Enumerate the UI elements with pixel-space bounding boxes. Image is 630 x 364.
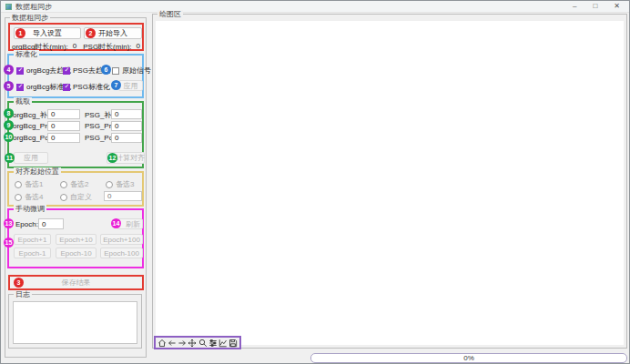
epoch-minus-10-button[interactable]: Epoch-10: [56, 248, 97, 258]
badge-14: 14: [111, 218, 121, 228]
pan-icon[interactable]: [188, 338, 197, 348]
save-section: 保存结果 3: [8, 275, 144, 290]
epoch-minus-100-button[interactable]: Epoch-100: [100, 248, 143, 258]
finetune-group-title: 手动微调: [14, 205, 46, 213]
checkbox-checked-icon: [63, 84, 70, 91]
badge-13: 13: [4, 218, 14, 228]
align-group-title: 对齐起始位置: [14, 167, 61, 176]
epoch-minus-1-button[interactable]: Epoch-1: [14, 248, 51, 258]
forward-icon[interactable]: [178, 338, 187, 348]
badge-11: 11: [5, 153, 15, 163]
zoom-icon[interactable]: [198, 338, 208, 348]
badge-5: 5: [4, 81, 14, 91]
badge-2: 2: [86, 28, 96, 38]
psg-normalize-checkbox[interactable]: PSG标准化: [63, 82, 110, 92]
normalize-group: 标准化 4 orgBcg去趋线 PSG去趋线 6 原始信号 5 orgBcg标准…: [7, 54, 144, 98]
badge-12: 12: [107, 153, 117, 163]
radio-icon: [15, 194, 22, 201]
normalize-apply-button[interactable]: 应用: [118, 80, 143, 91]
badge-10: 10: [4, 132, 14, 142]
title-bar: 数据粗同步 – □ ✕: [1, 1, 629, 13]
plot-group-title: 绘图区: [158, 10, 183, 18]
raw-signal-checkbox[interactable]: 原始信号: [112, 66, 151, 76]
save-result-button[interactable]: 保存结果: [11, 278, 141, 288]
finetune-group: 手动微调 13 Epoch: 0 14 刷新 15 Epoch+1 Epoch+…: [7, 208, 144, 268]
app-window: 数据粗同步 – □ ✕ 数据粗同步 导入设置 1 开始导入 2 orgBcg时长…: [0, 0, 630, 364]
align-option-label: 自定义: [70, 192, 92, 202]
epoch-input[interactable]: 0: [38, 218, 64, 229]
align-option-label: 备选1: [25, 179, 43, 189]
align-option-label: 备选3: [116, 179, 134, 189]
crop-group-title: 截取: [14, 97, 32, 106]
align-group: 对齐起始位置 备选1 备选2 备选3 备选4 自定义 0: [7, 171, 144, 207]
close-button[interactable]: ✕: [614, 2, 620, 11]
log-group: 日志: [8, 294, 142, 349]
orgbcg-post-input[interactable]: 0: [47, 133, 80, 143]
window-title: 数据粗同步: [15, 2, 52, 12]
epoch-plus-10-button[interactable]: Epoch+10: [56, 234, 97, 245]
checkbox-checked-icon: [16, 84, 24, 91]
psg-pre-input[interactable]: 0: [111, 121, 142, 131]
minimize-button[interactable]: –: [573, 2, 576, 11]
crop-apply-button[interactable]: 应用: [14, 152, 48, 164]
home-icon[interactable]: [158, 338, 167, 348]
plot-edit-icon[interactable]: [218, 338, 228, 348]
orgbcg-pre-input[interactable]: 0: [47, 121, 80, 131]
psg-post-input[interactable]: 0: [111, 133, 142, 143]
plot-canvas[interactable]: [156, 21, 624, 345]
checkbox-checked-icon: [63, 67, 70, 75]
subplots-icon[interactable]: [208, 338, 218, 348]
badge-3: 3: [14, 278, 24, 288]
badge-6: 6: [101, 65, 111, 75]
epoch-plus-1-button[interactable]: Epoch+1: [14, 234, 51, 245]
plot-group: 绘图区: [152, 14, 627, 349]
badge-1: 1: [15, 28, 25, 38]
align-option-label: 备选2: [70, 179, 88, 189]
badge-9: 9: [4, 120, 14, 130]
epoch-label: Epoch:: [15, 220, 38, 228]
custom-position-input[interactable]: 0: [104, 191, 142, 201]
log-textarea: [13, 301, 137, 344]
badge-8: 8: [4, 108, 14, 118]
checkbox-checked-icon: [16, 67, 24, 75]
orgbcg-padzero-input[interactable]: 0: [47, 109, 80, 119]
maximize-button[interactable]: □: [593, 2, 597, 11]
refresh-button[interactable]: 刷新: [117, 218, 143, 229]
save-icon[interactable]: [229, 338, 238, 348]
progress-value: 0%: [463, 354, 474, 362]
normalize-group-title: 标准化: [14, 50, 39, 58]
import-section: 导入设置 1 开始导入 2 orgBcg时长(min): 0 PSG时长(min…: [8, 23, 144, 51]
raw-signal-label: 原始信号: [122, 66, 151, 76]
log-group-title: 日志: [14, 290, 32, 298]
progress-bar: 0%: [310, 353, 627, 363]
radio-icon: [60, 181, 67, 188]
back-icon[interactable]: [168, 338, 177, 348]
app-icon: [5, 4, 12, 10]
radio-icon: [60, 194, 67, 201]
align-option-3[interactable]: 备选3: [106, 179, 134, 189]
badge-7: 7: [111, 80, 121, 90]
radio-icon: [106, 181, 113, 188]
psg-duration-value: 0: [137, 42, 140, 52]
badge-4: 4: [4, 65, 14, 75]
align-option-custom[interactable]: 自定义: [60, 192, 92, 202]
psg-duration-label: PSG时长(min):: [83, 42, 131, 52]
left-panel-title: 数据粗同步: [10, 14, 50, 22]
checkbox-unchecked-icon: [112, 67, 119, 75]
epoch-plus-100-button[interactable]: Epoch+100: [100, 234, 143, 245]
radio-icon: [15, 181, 22, 188]
align-option-1[interactable]: 备选1: [15, 179, 43, 189]
badge-15: 15: [4, 238, 14, 248]
psg-normalize-label: PSG标准化: [73, 82, 110, 92]
plot-toolbar: [154, 336, 241, 349]
align-option-4[interactable]: 备选4: [15, 192, 43, 202]
psg-padzero-input[interactable]: 0: [111, 109, 142, 119]
align-option-label: 备选4: [25, 192, 43, 202]
crop-group: 截取 8 orgBcg_补零: 0 PSG_补零: 0 9 orgBcg_Pre…: [7, 101, 144, 168]
orgbcg-duration-value: 0: [73, 42, 76, 52]
align-option-2[interactable]: 备选2: [60, 179, 88, 189]
